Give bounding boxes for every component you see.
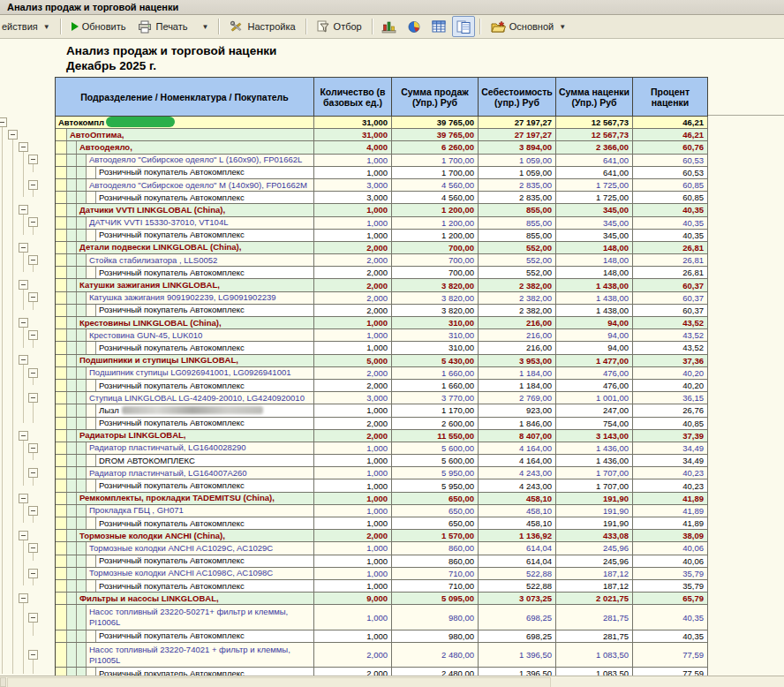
table-row[interactable]: Розничный покупатель Автокомплекс1,0001 … (56, 167, 708, 179)
table-view-button[interactable] (427, 16, 450, 37)
percent-cell: 43,52 (633, 342, 708, 353)
tree-collapse-box[interactable] (8, 130, 18, 140)
table-row[interactable]: Розничный покупатель Автокомплекс2,0003 … (56, 305, 708, 317)
tree-collapse-box[interactable] (28, 155, 38, 164)
pivot-view-button[interactable] (452, 16, 475, 37)
tree-collapse-box[interactable] (19, 280, 28, 290)
group-indent-strip (67, 467, 77, 479)
row-name-cell: Лызл (56, 404, 314, 416)
table-row[interactable]: Катушки зажигания LINKGLOBAL,2,0003 820,… (56, 279, 708, 291)
table-row[interactable]: АвтоОптима,31,00039 765,0027 197,2712 56… (56, 129, 708, 141)
tree-collapse-box[interactable] (28, 613, 38, 623)
table-row[interactable]: Розничный покупатель Автокомплекс1,00065… (56, 517, 708, 530)
table-row[interactable]: Розничный покупатель Автокомплекс2,00070… (56, 267, 708, 279)
table-row[interactable]: Фильтры и насосы LINKGLOBAL,9,0005 095,0… (56, 593, 708, 605)
table-row[interactable]: Ремкомплекты, прокладки TADEMITSU (China… (56, 493, 708, 505)
tree-collapse-box[interactable] (19, 593, 28, 603)
tree-collapse-box[interactable] (28, 506, 38, 516)
table-row[interactable]: Розничный покупатель Автокомплекс1,00031… (56, 342, 708, 354)
table-row[interactable]: Розничный покупатель Автокомплекс1,0005 … (56, 479, 708, 492)
tree-collapse-box[interactable] (19, 318, 28, 328)
table-row[interactable]: Розничный покупатель Автокомплекс1,00098… (56, 630, 708, 643)
table-row[interactable]: Тормозные колодки ANCHI AC1098C, AC1098C… (56, 568, 708, 580)
table-row[interactable]: Розничный покупатель Автокомплекс1,00086… (56, 555, 708, 568)
table-row[interactable]: Крестовина GUN-45, LUK0101,000310,00216,… (56, 329, 708, 342)
tree-collapse-box[interactable] (28, 368, 38, 378)
row-name-text: Розничный покупатель Автокомплекс (96, 668, 245, 676)
table-row[interactable]: Автоодеяло "Сибирское одеяло" L (160x90)… (56, 155, 708, 167)
tree-collapse-box[interactable] (19, 494, 28, 503)
print-options-button[interactable]: ▼ (195, 16, 215, 37)
percent-cell: 35,79 (633, 580, 708, 592)
tree-collapse-box[interactable] (19, 431, 28, 441)
table-row[interactable]: Насос топливный 23220-50271+ фильтр и кл… (56, 605, 708, 630)
scrollbar-thumb[interactable] (7, 677, 551, 687)
report-window: Анализ продаж и торговой наценки ействия… (0, 0, 784, 687)
row-name-cell: Розничный покупатель Автокомплекс (56, 517, 314, 529)
tree-collapse-box[interactable] (0, 117, 7, 127)
table-row[interactable]: Розничный покупатель Автокомплекс2,0001 … (56, 380, 708, 392)
tree-collapse-box[interactable] (28, 330, 38, 340)
table-row[interactable]: Радиатор пластинчатый, LG16400282901,000… (56, 442, 708, 455)
tree-collapse-box[interactable] (28, 255, 38, 265)
tree-collapse-box[interactable] (28, 569, 38, 578)
table-row[interactable]: Лызл1,0001 170,00923,00247,0026,76 (56, 404, 708, 417)
tree-collapse-box[interactable] (19, 243, 28, 253)
table-row[interactable]: Радиаторы LINKGLOBAL,2,00011 550,008 407… (56, 430, 708, 442)
tree-collapse-box[interactable] (28, 292, 38, 302)
table-row[interactable]: Розничный покупатель Автокомплекс2,0002 … (56, 418, 708, 430)
tree-collapse-box[interactable] (28, 650, 38, 660)
pie-chart-button[interactable] (403, 16, 426, 37)
tree-collapse-box[interactable] (19, 531, 28, 540)
refresh-button[interactable]: Обновить (66, 16, 132, 37)
table-row[interactable]: Подшипники и ступицы LINKGLOBAL,5,0005 4… (56, 355, 708, 367)
table-row[interactable]: Розничный покупатель Автокомплекс1,0001 … (56, 230, 708, 242)
table-row[interactable]: Тормозные колодки ANCHI (China),2,0001 5… (56, 530, 708, 542)
table-row[interactable]: Подшипник ступицы LG0926941001, LG092694… (56, 367, 708, 380)
bar-chart-button[interactable] (378, 16, 401, 37)
table-row[interactable]: Розничный покупатель Автокомплекс3,0004 … (56, 192, 708, 204)
table-row[interactable]: Крестовины LINKGLOBAL (China),1,000310,0… (56, 317, 708, 329)
table-row[interactable]: Прокладка ГБЦ , GH0711,000650,00458,1019… (56, 505, 708, 517)
table-row[interactable]: Розничный покупатель Автокомплекс2,0002 … (56, 668, 708, 676)
table-row[interactable]: ДАТЧИК VVTI 15330-37010, VT104L1,0001 20… (56, 217, 708, 230)
print-button[interactable]: Печать (132, 16, 192, 37)
table-row[interactable]: Насос топливный 23220-74021 + фильтр и к… (56, 643, 708, 668)
tree-collapse-box[interactable] (19, 142, 28, 152)
table-row[interactable]: Ступица LINKGLOBAL LG-42409-20010, LG424… (56, 392, 708, 404)
table-row[interactable]: Детали подвески LINKGLOBAL (China),2,000… (56, 242, 708, 254)
table-row[interactable]: Автокомпл31,00039 765,0027 197,2712 567,… (56, 117, 708, 129)
tree-collapse-box[interactable] (19, 355, 28, 365)
tree-collapse-box[interactable] (28, 468, 38, 478)
percent-cell: 40,23 (633, 479, 708, 491)
group-indent-strip (67, 267, 77, 278)
chevron-down-icon: ▼ (202, 23, 209, 31)
group-indent-strip (56, 355, 67, 366)
filter-button[interactable]: Отбор (312, 16, 367, 37)
cost-cell: 1 059,00 (479, 155, 556, 166)
table-row[interactable]: Автоодеяло,4,0006 260,003 894,002 366,00… (56, 141, 708, 154)
scrollbar-left-edge[interactable] (0, 677, 6, 687)
tree-collapse-box[interactable] (28, 180, 38, 190)
group-indent-strip (67, 555, 77, 567)
sum-cell: 1 200,00 (392, 230, 479, 241)
actions-button[interactable]: ействия▼ (0, 16, 56, 37)
row-name-text: Автокомпл (56, 117, 175, 128)
table-row[interactable]: Тормозные колодки ANCHI AC1029C, AC1029C… (56, 542, 708, 555)
tree-collapse-box[interactable] (28, 393, 38, 403)
tree-collapse-box[interactable] (28, 217, 38, 227)
tree-collapse-box[interactable] (19, 205, 28, 215)
table-row[interactable]: Катушка зажигания 9091902239, LG90919022… (56, 292, 708, 305)
table-row[interactable]: Розничный покупатель Автокомплекс1,00071… (56, 580, 708, 593)
tree-collapse-box[interactable] (28, 443, 38, 453)
tree-connector-line (33, 578, 34, 585)
report-variant-button[interactable]: Основной ▼ (486, 16, 571, 37)
tree-collapse-box[interactable] (28, 543, 38, 553)
table-row[interactable]: Датчики VVTI LINKGLOBAL (China),1,0001 2… (56, 204, 708, 216)
table-row[interactable]: DROM АВТОКОМПЛЕКС1,0005 600,004 164,001 … (56, 455, 708, 467)
table-row[interactable]: Стойка стабилизатора , LLS00522,000700,0… (56, 254, 708, 267)
settings-button[interactable]: Настройка (224, 16, 300, 37)
table-row[interactable]: Автоодеяло "Сибирское одеяло" М (140x90)… (56, 179, 708, 192)
table-row[interactable]: Радиатор пластинчатый, LG164007A2601,000… (56, 467, 708, 479)
horizontal-scrollbar[interactable] (0, 676, 784, 687)
